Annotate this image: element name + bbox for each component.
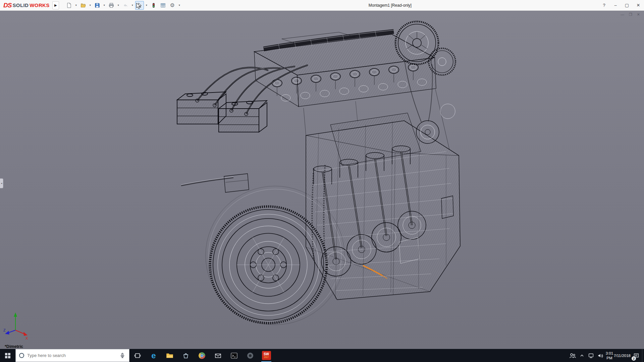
store-bag-icon (182, 352, 190, 359)
save-button[interactable] (93, 1, 102, 10)
select-cursor-icon (137, 3, 142, 8)
view-orientation-label: *Dimetric (5, 344, 23, 349)
file-explorer-icon (166, 352, 174, 359)
doc-minimize-button[interactable]: — (621, 12, 624, 17)
mail-button[interactable] (210, 349, 226, 362)
store-button[interactable] (178, 349, 194, 362)
ignition-coils (177, 92, 267, 132)
y-axis-arrow (14, 312, 17, 317)
taskbar-clock[interactable]: 3:01 PM 7/11/2018 (605, 349, 631, 362)
clock-date: 7/11/2018 (614, 353, 631, 358)
cortana-icon (19, 353, 24, 358)
new-document-button[interactable] (65, 1, 73, 10)
microphone-icon[interactable] (119, 352, 126, 359)
file-explorer-button[interactable] (162, 349, 178, 362)
menu-flyout-button[interactable]: ▶ (52, 1, 59, 9)
dropdown-caret[interactable]: ▾ (74, 4, 78, 7)
graphics-viewport[interactable]: — ❐ ✕ ◂ X Z *Dimetric (0, 11, 644, 349)
chrome-icon (198, 352, 206, 359)
show-desktop-button[interactable] (642, 349, 644, 362)
ds-logo-icon: DS (3, 2, 11, 9)
orientation-triad[interactable]: X Z (3, 310, 32, 341)
minimize-button[interactable]: – (610, 0, 621, 10)
solidworks-window: DS SOLIDWORKS ▶ ▾ ▾ ▾ ▾ ▾ (0, 0, 644, 362)
options-button[interactable]: ⚙ (168, 1, 177, 10)
dropdown-caret[interactable]: ▾ (177, 4, 181, 7)
dropdown-caret[interactable]: ▾ (116, 4, 120, 7)
notification-badge: 2 (632, 356, 636, 361)
logo-text-works: WORKS (30, 2, 50, 8)
z-axis-label: Z (3, 328, 6, 332)
speaker-icon (597, 352, 604, 359)
taskbar-search[interactable] (15, 349, 129, 362)
doc-close-button[interactable]: ✕ (637, 12, 640, 17)
chrome-browser-button[interactable] (194, 349, 210, 362)
mail-envelope-icon (214, 352, 222, 359)
rebuild-button[interactable] (149, 1, 158, 10)
action-center-button[interactable]: 2 (631, 349, 642, 362)
network-icon (588, 352, 594, 359)
engine-assembly-model[interactable] (0, 11, 644, 349)
dropdown-caret[interactable]: ▾ (145, 4, 149, 7)
document-title: Montagem1 [Read-only] (182, 3, 598, 8)
print-button[interactable] (107, 1, 116, 10)
undo-button[interactable] (121, 1, 130, 10)
chevron-up-icon (580, 353, 584, 358)
maximize-button[interactable]: ▢ (621, 0, 633, 10)
title-bar: DS SOLIDWORKS ▶ ▾ ▾ ▾ ▾ ▾ (0, 0, 644, 11)
round-app-icon (247, 352, 254, 359)
rebuild-stoplight-icon (151, 3, 156, 8)
close-button[interactable]: ✕ (633, 0, 644, 10)
solidworks-logo[interactable]: DS SOLIDWORKS (0, 0, 52, 10)
printer-icon (109, 3, 114, 8)
dropdown-caret[interactable]: ▾ (88, 4, 92, 7)
task-view-icon (134, 352, 141, 359)
logo-text-solid: SOLID (12, 2, 29, 8)
solidworks-2017-icon: SW 2017 (262, 351, 271, 360)
system-tray: 3:01 PM 7/11/2018 2 (568, 349, 644, 362)
people-icon (569, 352, 576, 359)
document-window-controls: — ❐ ✕ (621, 12, 640, 17)
windows-taskbar: e (0, 349, 644, 362)
help-button[interactable]: ? (598, 0, 610, 10)
start-button[interactable] (0, 349, 15, 362)
clock-time: 3:01 PM (605, 351, 614, 360)
tray-overflow-button[interactable] (578, 349, 586, 362)
x-axis-label: X (25, 336, 28, 340)
people-button[interactable] (568, 349, 578, 362)
task-view-button[interactable] (129, 349, 146, 362)
open-button[interactable] (79, 1, 88, 10)
command-prompt-button[interactable] (226, 349, 242, 362)
gear-icon: ⚙ (170, 3, 175, 8)
window-controls: ? – ▢ ✕ (598, 0, 644, 10)
windows-logo-icon (5, 353, 10, 358)
search-input[interactable] (27, 353, 116, 358)
new-document-icon (66, 3, 72, 8)
z-axis-arrow (5, 331, 9, 335)
feature-panel-collapse-tab[interactable]: ◂ (0, 178, 3, 188)
open-folder-icon (80, 3, 86, 8)
x-axis-arrow (23, 332, 28, 336)
edge-icon: e (151, 352, 156, 360)
design-table-button[interactable] (159, 1, 167, 10)
edge-browser-button[interactable]: e (146, 349, 162, 362)
table-grid-icon (160, 3, 166, 8)
save-floppy-icon (95, 3, 100, 8)
chevron-left-icon: ◂ (1, 182, 2, 185)
command-prompt-icon (230, 352, 238, 359)
quick-access-toolbar: ▾ ▾ ▾ ▾ ▾ ▾ (64, 1, 182, 10)
pinned-apps: e (129, 349, 274, 362)
dropdown-caret[interactable]: ▾ (102, 4, 106, 7)
volume-button[interactable] (596, 349, 605, 362)
select-tool-button[interactable] (135, 1, 144, 10)
doc-restore-button[interactable]: ❐ (629, 12, 632, 17)
solidworks-app-button[interactable]: SW 2017 (258, 349, 274, 362)
dropdown-caret[interactable]: ▾ (130, 4, 135, 7)
undo-arrow-icon (123, 3, 128, 8)
round-app-button[interactable] (242, 349, 258, 362)
network-button[interactable] (586, 349, 596, 362)
